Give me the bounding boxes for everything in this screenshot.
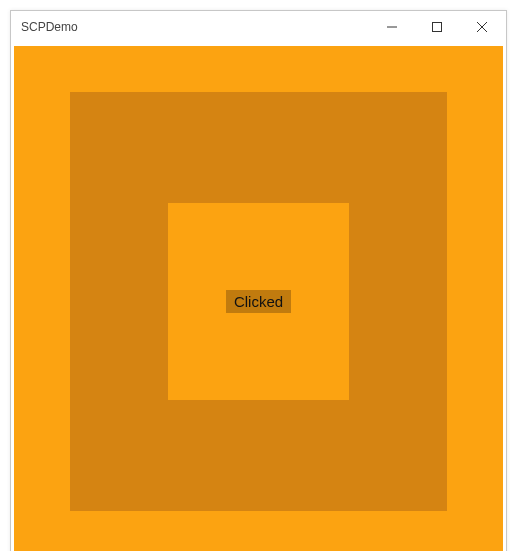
app-window: SCPDemo Clicked: [10, 10, 507, 551]
inner-panel: Clicked: [168, 203, 349, 400]
window-controls: [369, 11, 504, 43]
maximize-icon: [432, 22, 442, 32]
window-title: SCPDemo: [21, 20, 369, 34]
client-area: Clicked: [11, 43, 506, 551]
close-button[interactable]: [459, 11, 504, 43]
clicked-button[interactable]: Clicked: [226, 290, 291, 313]
titlebar: SCPDemo: [11, 11, 506, 43]
outer-panel: Clicked: [14, 46, 503, 551]
minimize-icon: [387, 22, 397, 32]
svg-rect-1: [432, 23, 441, 32]
middle-panel: Clicked: [70, 92, 447, 511]
maximize-button[interactable]: [414, 11, 459, 43]
close-icon: [477, 22, 487, 32]
minimize-button[interactable]: [369, 11, 414, 43]
